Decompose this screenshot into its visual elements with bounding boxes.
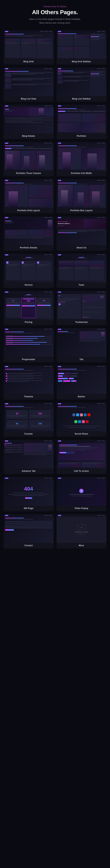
card-cta-label: Call To Action	[73, 468, 90, 474]
card-about-us[interactable]: We are a Corporate Business Agency	[57, 216, 107, 251]
card-advance-tab-label: Advance Tab	[21, 468, 36, 474]
card-portfolio-details[interactable]: Portfolio Details	[4, 216, 54, 251]
card-portfolio-three-col[interactable]: Portfolio Three Column	[4, 142, 54, 176]
page-wrapper: Choose One Of Styles All Others Pages. H…	[0, 0, 110, 556]
card-404-label: 404 Page	[23, 505, 35, 511]
card-social-share-label: Social Share	[74, 431, 89, 437]
card-tab-label: Tab	[78, 357, 84, 363]
card-counter[interactable]: 29 152 56	[4, 403, 54, 437]
card-404[interactable]: 404 404 Page	[4, 477, 54, 511]
card-progressbar-label: Progressbar	[21, 357, 36, 363]
card-blog-list-sidebar[interactable]: Blog List Sidebar	[57, 67, 107, 102]
card-blog-list-sidebar-label: Blog List Sidebar	[71, 96, 92, 102]
card-blog-list-view-label: Blog List View	[20, 96, 37, 102]
card-blog-grid[interactable]: Blog Grid	[4, 30, 54, 65]
card-blog-list-view[interactable]: Blog List View	[4, 67, 54, 102]
card-about-us-label: About Us	[75, 245, 87, 251]
card-pricing-label: Pricing	[24, 319, 33, 325]
card-portfolio[interactable]: Portfolio	[57, 105, 107, 139]
cards-grid: Blog Grid	[4, 30, 106, 549]
card-portfolio-three-col-label: Portfolio Three Column	[15, 170, 42, 176]
card-pricing[interactable]: $9 $29	[4, 291, 54, 325]
card-contact[interactable]: Contact	[4, 514, 54, 549]
card-blog-grid-label: Blog Grid	[22, 59, 35, 65]
card-testimonial[interactable]: ❝ Tab	[57, 291, 107, 325]
card-portfolio-label: Portfolio	[76, 133, 87, 139]
card-timeline[interactable]: Timeline	[4, 365, 54, 400]
card-tab[interactable]: Tab	[57, 328, 107, 363]
card-blog-grid-sidebar-label: Blog Grid Sidebar	[71, 59, 92, 65]
header-title: All Others Pages.	[4, 9, 106, 16]
card-portfolio-box-layout-label: Portfolio Box Layout	[69, 208, 94, 214]
card-blog-details-label: Blog Details	[21, 133, 36, 139]
card-timeline-label: Timeline	[23, 394, 34, 400]
card-blog-grid-sidebar[interactable]: Blog Grid Sidebar	[57, 30, 107, 65]
card-portfolio-details-label: Portfolio Details	[19, 245, 38, 251]
card-portfolio-grid-layout-label: Portfolio Grid Layout	[16, 208, 41, 214]
card-portfolio-box-layout[interactable]: Portfolio Box Layout	[57, 179, 107, 214]
card-service[interactable]: Service	[4, 254, 54, 288]
card-social-share[interactable]: Social Share	[57, 403, 107, 437]
card-team-label: Team	[77, 282, 85, 288]
header-desc: Have a nice Inner pages include in doob …	[4, 18, 106, 25]
card-video-popup-label: Video Popup	[74, 505, 89, 511]
header-label: Choose One Of Styles	[4, 5, 106, 7]
card-portfolio-full-width[interactable]: Portfolio Full Width	[57, 142, 107, 176]
card-cta[interactable]: Call To Action	[57, 440, 107, 474]
card-button-label: Button	[77, 394, 86, 400]
card-team[interactable]: Team	[57, 254, 107, 288]
card-video-popup[interactable]: ▶ Video Popup	[57, 477, 107, 511]
card-more[interactable]: ▣ COMING SOON More	[57, 514, 107, 549]
card-contact-label: Contact	[23, 543, 34, 549]
header: Choose One Of Styles All Others Pages. H…	[4, 5, 106, 25]
card-portfolio-full-width-label: Portfolio Full Width	[70, 170, 93, 176]
card-blog-details[interactable]: Blog Details	[4, 105, 54, 139]
card-more-label: More	[78, 543, 85, 549]
card-advance-tab[interactable]: Advance Tab	[4, 440, 54, 474]
card-portfolio-grid-layout[interactable]: Portfolio Grid Layout	[4, 179, 54, 214]
card-progressbar[interactable]: Progressbar	[4, 328, 54, 363]
card-service-label: Service	[24, 282, 34, 288]
card-counter-label: Counter	[23, 431, 34, 437]
card-testimonial-label: Testimonial	[74, 319, 89, 325]
card-button[interactable]: Button	[57, 365, 107, 400]
